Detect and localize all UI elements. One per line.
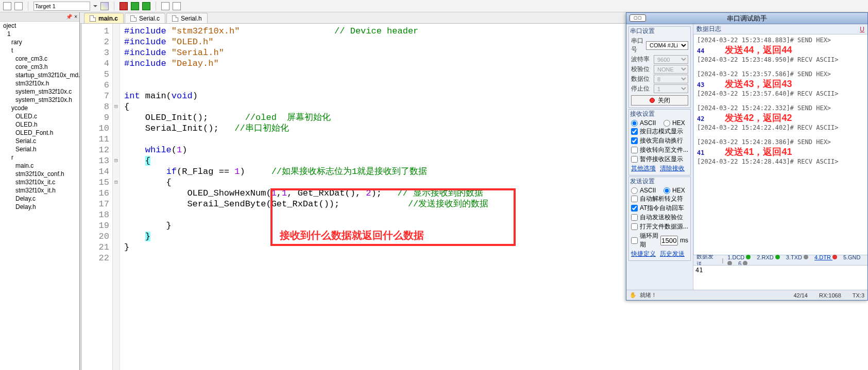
log-area[interactable]: [2024-03-22 15:23:48.883]# SEND HEX>44发送… — [693, 34, 867, 255]
send-opt-1[interactable] — [631, 205, 638, 212]
send-textarea[interactable]: 41 — [695, 267, 865, 289]
serial-window-title: ▢▢ 串口调试助手 — [626, 13, 867, 24]
main-toolbar — [0, 0, 868, 12]
project-tree: 📌 × oject1rarytcore_cm3.ccore_cm3.hstart… — [0, 12, 80, 370]
hand-icon: ✋ — [629, 292, 637, 298]
file-icon — [90, 15, 96, 22]
pane-pin-icon[interactable]: 📌 — [66, 14, 72, 20]
dropdown-icon[interactable] — [93, 5, 97, 9]
close-port-button[interactable]: 关闭 — [631, 95, 688, 105]
databits-select[interactable]: 8 — [654, 75, 688, 83]
tree-item[interactable]: stm32f10x_it.c — [2, 178, 79, 186]
send-opt-2[interactable] — [631, 214, 638, 221]
recv-ascii-radio[interactable] — [631, 120, 638, 127]
tree-item[interactable]: system_stm32f10x.h — [2, 96, 79, 104]
stopbits-select[interactable]: 1 — [654, 84, 688, 93]
send-indicator-bar: 数据发送 | 1.DCD 2.RXD 3.TXD 4.DTR 5.GND 6 — [693, 255, 867, 265]
recv-opt-0[interactable] — [631, 128, 638, 135]
recv-opt-1[interactable] — [631, 137, 638, 144]
tree-item[interactable]: core_cm3.c — [2, 55, 79, 63]
wand-icon[interactable] — [100, 2, 109, 10]
tree-item[interactable]: main.c — [2, 162, 79, 170]
tree-item[interactable]: system_stm32f10x.c — [2, 87, 79, 96]
send-ascii-radio[interactable] — [631, 187, 638, 194]
recv-settings-group: 接收设置 ASCII HEX 按日志模式显示接收完自动换行接收转向至文件...暂… — [628, 109, 691, 175]
target-combo[interactable] — [33, 2, 90, 11]
gear-icon[interactable] — [173, 2, 181, 10]
shortcut-def-link[interactable]: 快捷定义 — [631, 250, 656, 258]
indicator-3.TXD: 3.TXD — [786, 254, 809, 260]
tree-item[interactable]: stm32f10x.h — [2, 79, 79, 87]
tree-item[interactable]: r — [2, 153, 79, 162]
tab-main-c[interactable]: main.c — [84, 13, 124, 23]
tree-item[interactable]: rary — [2, 38, 79, 46]
file-icon — [130, 15, 137, 22]
tree-item[interactable]: Delay.h — [2, 203, 79, 211]
send-opt-3[interactable] — [631, 223, 638, 230]
tree-item[interactable]: 1 — [2, 30, 79, 38]
other-options-link[interactable]: 其他选项 — [631, 164, 656, 173]
serial-status-bar: ✋ 就绪！ 42/14 RX:1068 TX:3 — [626, 290, 867, 300]
file-icon — [172, 15, 178, 22]
log-title: 数据日志 — [696, 25, 721, 33]
app-icon: ▢▢ — [629, 14, 646, 22]
send-settings-group: 发送设置 ASCII HEX 自动解析转义符AT指令自动回车自动发送校验位打开文… — [628, 177, 691, 261]
recv-opt-3[interactable] — [631, 156, 638, 163]
build-icon[interactable] — [3, 2, 11, 10]
tree-item[interactable]: t — [2, 46, 79, 55]
tree-item[interactable]: OLED.c — [2, 112, 79, 120]
tree-item[interactable]: Serial.c — [2, 137, 79, 145]
history-send-link[interactable]: 历史发送 — [660, 250, 685, 258]
build-all-icon[interactable] — [120, 2, 128, 10]
loop-period-input[interactable] — [660, 236, 678, 245]
send-opt-0[interactable] — [631, 196, 638, 202]
load-icon[interactable] — [14, 2, 23, 10]
tree-item[interactable]: ycode — [2, 104, 79, 112]
tree-item[interactable]: Serial.h — [2, 145, 79, 153]
send-input-area[interactable]: 41 — [693, 265, 867, 290]
clear-recv-link[interactable]: 清除接收 — [660, 164, 685, 173]
port-select[interactable]: COM4 #JLi — [646, 41, 688, 50]
nav-fwd-icon[interactable] — [142, 2, 150, 10]
tree-item[interactable]: OLED_Font.h — [2, 129, 79, 137]
tree-item[interactable]: startup_stm32f10x_md.s — [2, 71, 79, 79]
port-settings-group: 串口设置 串口号COM4 #JLi 波特率9600 校验位NONE 数据位8 停… — [628, 26, 691, 108]
baud-select[interactable]: 9600 — [654, 55, 688, 64]
pane-close-icon[interactable]: × — [74, 14, 77, 20]
indicator-4.DTR[interactable]: 4.DTR — [814, 254, 838, 260]
tree-item[interactable]: OLED.h — [2, 120, 79, 129]
tree-item[interactable]: Delay.c — [2, 195, 79, 203]
recv-opt-2[interactable] — [631, 147, 638, 153]
tree-item[interactable]: core_cm3.h — [2, 63, 79, 71]
indicator-1.DCD: 1.DCD — [727, 254, 752, 260]
tree-item[interactable]: oject — [2, 22, 79, 30]
tab-Serial-h[interactable]: Serial.h — [166, 13, 208, 23]
tree-item[interactable]: stm32f10x_conf.h — [2, 170, 79, 178]
send-hex-radio[interactable] — [663, 187, 670, 194]
log-settings-link[interactable]: U — [860, 26, 864, 33]
parity-select[interactable]: NONE — [654, 65, 688, 74]
tab-Serial-c[interactable]: Serial.c — [125, 13, 165, 23]
recv-hex-radio[interactable] — [663, 120, 670, 127]
indicator-2.RXD: 2.RXD — [757, 254, 780, 260]
tree-item[interactable]: stm32f10x_it.h — [2, 186, 79, 195]
serial-debug-window: ▢▢ 串口调试助手 串口设置 串口号COM4 #JLi 波特率9600 校验位N… — [626, 12, 868, 301]
send-opt-4[interactable] — [631, 237, 638, 244]
book-icon[interactable] — [161, 2, 169, 10]
nav-back-icon[interactable] — [131, 2, 139, 10]
